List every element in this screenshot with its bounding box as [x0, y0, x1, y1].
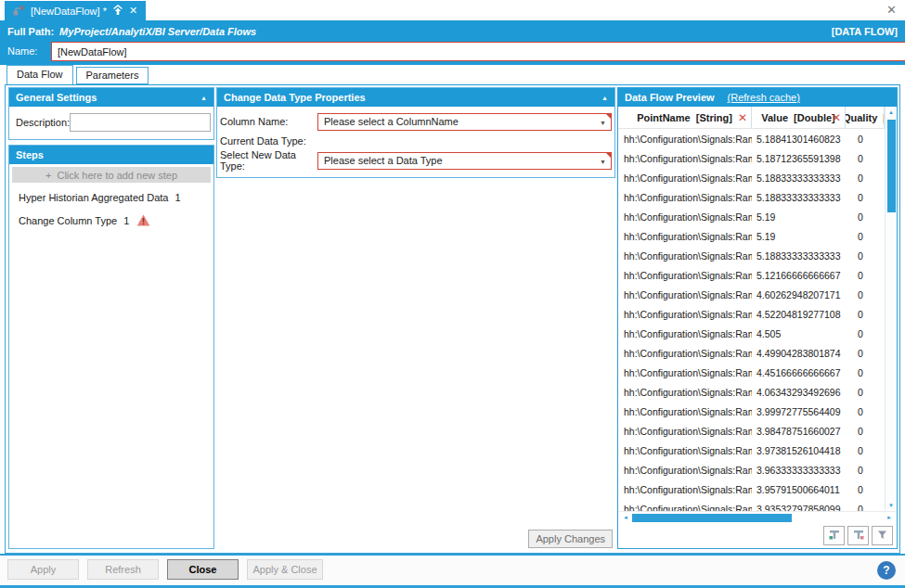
cell-value: 4.60262948207171	[752, 289, 846, 300]
clear-filter-icon[interactable]: ✕	[832, 111, 841, 124]
column-name-dropdown[interactable]: Please select a ColumnName ▼	[317, 113, 612, 131]
help-button[interactable]: ?	[877, 561, 896, 580]
collapse-icon[interactable]: ▲	[200, 95, 207, 101]
scroll-left-icon[interactable]: ◄	[621, 515, 630, 520]
table-row[interactable]: hh:\Configuration\Signals:Ramp 3.9579150…	[618, 479, 885, 499]
apply-changes-button[interactable]: Apply Changes	[528, 530, 613, 548]
document-tab[interactable]: [NewDataFlow] * ✕	[5, 1, 146, 20]
step-count: 1	[175, 192, 180, 203]
table-row[interactable]: hh:\Configuration\Signals:Ramp 4.505 0	[618, 324, 885, 343]
table-row[interactable]: hh:\Configuration\Signals:Ramp 5.1871236…	[618, 148, 885, 168]
column-header[interactable]: Quality [	[846, 107, 885, 128]
description-input[interactable]	[70, 113, 211, 132]
cell-quality: 0	[846, 289, 885, 300]
general-settings-header[interactable]: General Settings ▲	[9, 88, 213, 107]
horizontal-scrollbar[interactable]: ◄ ►	[618, 511, 897, 523]
table-row[interactable]: hh:\Configuration\Signals:Ramp 5.1884130…	[618, 129, 885, 148]
table-row[interactable]: hh:\Configuration\Signals:Ramp 3.9353279…	[618, 499, 885, 511]
data-flow-preview-panel: Data Flow Preview (Refresh cache) PointN…	[617, 87, 898, 549]
apply-and-close-button[interactable]: Apply & Close	[247, 559, 323, 580]
name-field-wrapper	[51, 42, 905, 61]
steps-list: Hyper Historian Aggregated Data 1 Change…	[9, 185, 213, 232]
full-path-row: Full Path: MyProject/AnalytiX/BI Server/…	[0, 20, 905, 42]
cell-value: 3.99972775564409	[752, 406, 846, 417]
scroll-right-icon[interactable]: ►	[885, 515, 894, 520]
document-tab-close-icon[interactable]: ✕	[129, 5, 137, 17]
add-step-button[interactable]: + Click here to add new step	[12, 167, 211, 183]
table-row[interactable]: hh:\Configuration\Signals:Ramp 3.9633333…	[618, 460, 885, 479]
full-path-label: Full Path:	[7, 26, 54, 37]
general-settings-title: General Settings	[16, 92, 97, 103]
data-flow-icon	[13, 5, 25, 18]
vertical-scroll-thumb[interactable]	[887, 120, 896, 212]
cell-pointname: hh:\Configuration\Signals:Ramp	[618, 173, 752, 184]
new-data-type-value: Please select a Data Type	[324, 155, 443, 166]
table-row[interactable]: hh:\Configuration\Signals:Ramp 5.19 0	[618, 207, 885, 226]
cell-pointname: hh:\Configuration\Signals:Ramp	[618, 328, 752, 339]
table-row[interactable]: hh:\Configuration\Signals:Ramp 4.0634329…	[618, 382, 885, 402]
scroll-down-icon[interactable]: ▼	[888, 500, 894, 511]
refresh-cache-link[interactable]: (Refresh cache)	[728, 92, 800, 103]
cell-value: 4.06343293492696	[752, 387, 846, 398]
cell-pointname: hh:\Configuration\Signals:Ramp	[618, 465, 752, 476]
column-header[interactable]: PointName [String] ✕	[618, 107, 752, 128]
cell-quality: 0	[846, 504, 885, 512]
table-row[interactable]: hh:\Configuration\Signals:Ramp 4.4990428…	[618, 343, 885, 363]
cell-pointname: hh:\Configuration\Signals:Ramp	[618, 153, 752, 164]
scroll-up-icon[interactable]: ▲	[888, 107, 894, 118]
apply-button[interactable]: Apply	[7, 559, 79, 580]
table-row[interactable]: hh:\Configuration\Signals:Ramp 5.1883333…	[618, 168, 885, 187]
cell-pointname: hh:\Configuration\Signals:Ramp	[618, 134, 752, 145]
cell-quality: 0	[846, 134, 885, 145]
tab-parameters[interactable]: Parameters	[76, 67, 149, 84]
table-row[interactable]: hh:\Configuration\Signals:Ramp 5.1883333…	[618, 187, 885, 207]
bottom-button-bar: Apply Refresh Close Apply & Close ?	[0, 554, 905, 588]
cell-quality: 0	[846, 211, 885, 223]
cell-value: 4.505	[752, 328, 846, 339]
data-flow-preview-title: Data Flow Preview	[625, 92, 715, 103]
table-row[interactable]: hh:\Configuration\Signals:Ramp 5.19 0	[618, 226, 885, 246]
cell-pointname: hh:\Configuration\Signals:Ramp	[618, 406, 752, 417]
pin-column-right-button[interactable]	[847, 526, 869, 545]
step-list-item[interactable]: Hyper Historian Aggregated Data 1	[9, 185, 213, 209]
horizontal-scroll-thumb[interactable]	[632, 514, 792, 522]
name-input[interactable]	[52, 43, 905, 60]
cell-value: 5.18833333333333	[752, 173, 846, 184]
cell-value: 5.18712365591398	[752, 153, 846, 164]
collapse-icon[interactable]: ▲	[601, 95, 608, 101]
filter-funnel-icon	[876, 529, 888, 543]
close-button[interactable]: Close	[167, 559, 239, 580]
step-list-item[interactable]: Change Column Type 1	[9, 209, 213, 232]
window-close-icon[interactable]: ✕	[886, 4, 897, 16]
table-row[interactable]: hh:\Configuration\Signals:Ramp 5.1883333…	[618, 246, 885, 265]
cell-value: 4.49904283801874	[752, 348, 846, 359]
cell-quality: 0	[846, 153, 885, 164]
pin-column-green-icon	[828, 529, 841, 543]
table-row[interactable]: hh:\Configuration\Signals:Ramp 4.6026294…	[618, 285, 885, 304]
column-name-row: Column Name: Please select a ColumnName …	[220, 111, 612, 132]
table-row[interactable]: hh:\Configuration\Signals:Ramp 5.1216666…	[618, 265, 885, 285]
table-row[interactable]: hh:\Configuration\Signals:Ramp 4.5220481…	[618, 304, 885, 324]
clear-filter-icon[interactable]: ✕	[738, 111, 747, 124]
change-data-type-header[interactable]: Change Data Type Properties ▲	[217, 88, 614, 107]
pin-column-left-button[interactable]	[823, 526, 845, 545]
vertical-scrollbar[interactable]: ▲ ▼	[885, 107, 897, 511]
tab-data-flow[interactable]: Data Flow	[6, 65, 73, 84]
table-row[interactable]: hh:\Configuration\Signals:Ramp 3.9847875…	[618, 421, 885, 441]
middle-column: Change Data Type Properties ▲ Column Nam…	[216, 87, 615, 549]
cell-quality: 0	[846, 173, 885, 184]
cell-value: 3.96333333333333	[752, 465, 846, 476]
cell-value: 3.93532797858099	[752, 504, 846, 512]
popout-icon[interactable]	[112, 5, 123, 18]
filter-button[interactable]	[872, 526, 893, 545]
table-row[interactable]: hh:\Configuration\Signals:Ramp 3.9997277…	[618, 402, 885, 421]
cell-pointname: hh:\Configuration\Signals:Ramp	[618, 484, 752, 495]
cell-quality: 0	[846, 328, 885, 339]
page-tabs: Data Flow Parameters	[0, 65, 905, 84]
table-row[interactable]: hh:\Configuration\Signals:Ramp 3.9738152…	[618, 441, 885, 460]
new-data-type-dropdown[interactable]: Please select a Data Type ▼	[317, 152, 612, 170]
refresh-button[interactable]: Refresh	[87, 559, 159, 580]
cell-quality: 0	[846, 445, 885, 456]
table-row[interactable]: hh:\Configuration\Signals:Ramp 4.4516666…	[618, 363, 885, 382]
column-header[interactable]: Value [Double] ✕	[752, 107, 846, 128]
